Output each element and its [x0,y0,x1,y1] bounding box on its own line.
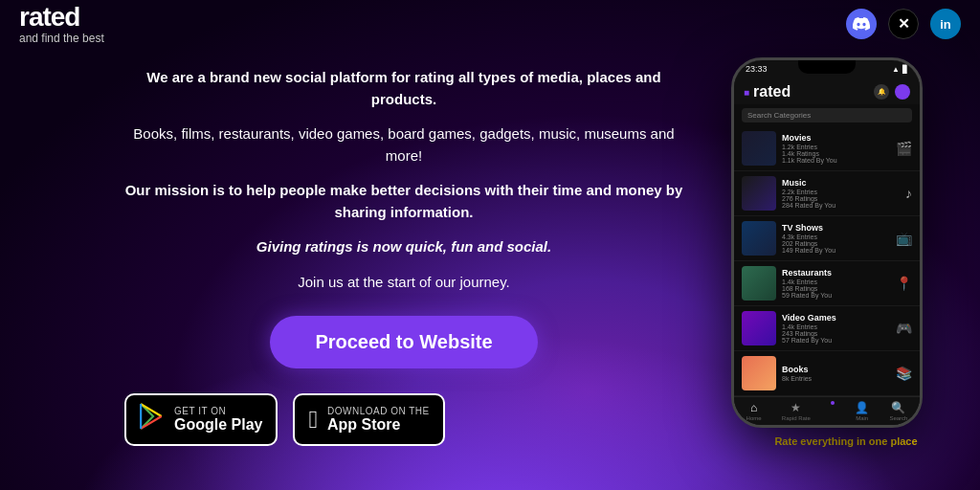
phone-container: 23:33 ▲ ▊ ■ rated 🔔 [731,57,961,447]
google-play-text: GET IT ON Google Play [174,406,262,434]
nav-rapid-rate[interactable]: ★ Rapid Rate [782,401,811,421]
tagline-5: Join us at the start of our journey. [115,272,693,294]
phone-app-action-icons: 🔔 [874,84,910,100]
logo-subtitle: and find the best [19,32,104,45]
logo: rated and find the best [19,4,104,45]
apple-icon:  [308,405,318,434]
app-store-text: Download on the App Store [327,406,430,434]
google-play-button[interactable]: GET IT ON Google Play [124,393,278,446]
books-stats: 8k Entries [782,375,890,382]
tagline-1: We are a brand new social platform for r… [115,67,693,110]
music-info: Music 2.2k Entries 276 Ratings 284 Rated… [782,178,900,209]
movies-info: Movies 1.2k Entries 1.4k Ratings 1.1k Ra… [782,133,890,164]
left-panel: We are a brand new social platform for r… [0,48,731,465]
music-stats: 2.2k Entries 276 Ratings 284 Rated By Yo… [782,189,900,209]
app-store-label: App Store [327,416,430,434]
list-item: Music 2.2k Entries 276 Ratings 284 Rated… [734,171,920,216]
movies-thumb [742,131,776,166]
phone-caption: Rate everything in one place [731,435,961,447]
list-item: Video Games 1.4k Entries 243 Ratings 57 … [734,306,920,351]
store-buttons: GET IT ON Google Play  Download on the … [115,393,693,446]
nav-search[interactable]: 🔍 Search [889,401,907,421]
books-thumb [742,356,776,390]
movies-stats: 1.2k Entries 1.4k Ratings 1.1k Rated By … [782,144,890,164]
phone-app-logo: ■ rated [744,83,791,100]
nav-home[interactable]: ⌂ Home [746,401,762,421]
main-content: We are a brand new social platform for r… [0,48,980,490]
google-play-label-small: GET IT ON [174,406,262,416]
games-icon: 🎮 [896,321,912,336]
discord-icon[interactable] [846,9,877,39]
search-icon: 🔍 [891,401,905,414]
phone-mockup: 23:33 ▲ ▊ ■ rated 🔔 [731,57,923,428]
search-placeholder: Search Categories [747,111,811,120]
phone-app-title: rated [753,83,791,100]
restaurants-thumb [742,266,776,301]
wifi-icon: ▲ [892,65,900,74]
music-thumb [742,176,776,211]
movies-icon: 🎬 [896,141,912,156]
list-item: Movies 1.2k Entries 1.4k Ratings 1.1k Ra… [734,126,920,171]
center-dot [831,401,835,405]
games-info: Video Games 1.4k Entries 243 Ratings 57 … [782,313,890,344]
games-stats: 1.4k Entries 243 Ratings 57 Rated By You [782,323,890,344]
phone-screen: ■ rated 🔔 Search Categories [734,78,920,425]
social-icons: ✕ in [846,9,961,39]
list-item: Books 8k Entries 📚 [734,351,920,396]
tv-thumb [742,221,776,256]
restaurants-info: Restaurants 1.4k Entries 168 Ratings 59 … [782,268,890,299]
x-twitter-icon[interactable]: ✕ [888,9,919,39]
google-play-label: Google Play [174,416,262,434]
linkedin-icon[interactable]: in [930,9,961,39]
logo-title: rated [19,4,104,31]
books-info: Books 8k Entries [782,365,890,382]
battery-icon: ▊ [902,65,908,74]
people-icon: 👤 [855,401,869,414]
nav-main[interactable]: 👤 Main [855,401,869,421]
restaurants-icon: 📍 [896,276,912,291]
tagline-4: Giving ratings is now quick, fun and soc… [115,236,693,258]
tv-info: TV Shows 4.3k Entries 202 Ratings 149 Ra… [782,223,890,254]
restaurants-stats: 1.4k Entries 168 Ratings 59 Rated By You [782,278,890,299]
phone-avatar [895,84,910,100]
games-name: Video Games [782,313,890,323]
list-item: Restaurants 1.4k Entries 168 Ratings 59 … [734,261,920,306]
music-name: Music [782,178,900,188]
books-icon: 📚 [896,366,912,381]
games-thumb [742,311,776,345]
proceed-button[interactable]: Proceed to Website [270,316,538,368]
phone-time: 23:33 [746,64,768,74]
header: rated and find the best ✕ in [0,0,980,48]
tv-icon: 📺 [896,231,912,246]
phone-app-header: ■ rated 🔔 [734,78,920,104]
phone-search-bar[interactable]: Search Categories [742,108,912,122]
music-icon: ♪ [905,186,912,201]
nav-center[interactable] [831,401,835,421]
phone-bottom-nav: ⌂ Home ★ Rapid Rate 👤 Main [734,396,920,425]
tagline-3: Our mission is to help people make bette… [115,180,693,223]
phone-status-icons: ▲ ▊ [892,65,908,74]
app-store-label-small: Download on the [327,406,430,416]
google-play-icon [140,403,165,436]
app-store-button[interactable]:  Download on the App Store [293,393,444,446]
tv-name: TV Shows [782,223,890,233]
home-icon: ⌂ [750,401,757,414]
star-icon: ★ [791,401,801,414]
books-name: Books [782,365,890,374]
restaurants-name: Restaurants [782,268,890,278]
list-item: TV Shows 4.3k Entries 202 Ratings 149 Ra… [734,216,920,261]
phone-notch [798,60,856,74]
movies-name: Movies [782,133,890,143]
bell-icon: 🔔 [878,88,886,96]
tv-stats: 4.3k Entries 202 Ratings 149 Rated By Yo… [782,234,890,254]
tagline-2: Books, films, restaurants, video games, … [115,123,693,167]
phone-notification-icon: 🔔 [874,84,889,100]
